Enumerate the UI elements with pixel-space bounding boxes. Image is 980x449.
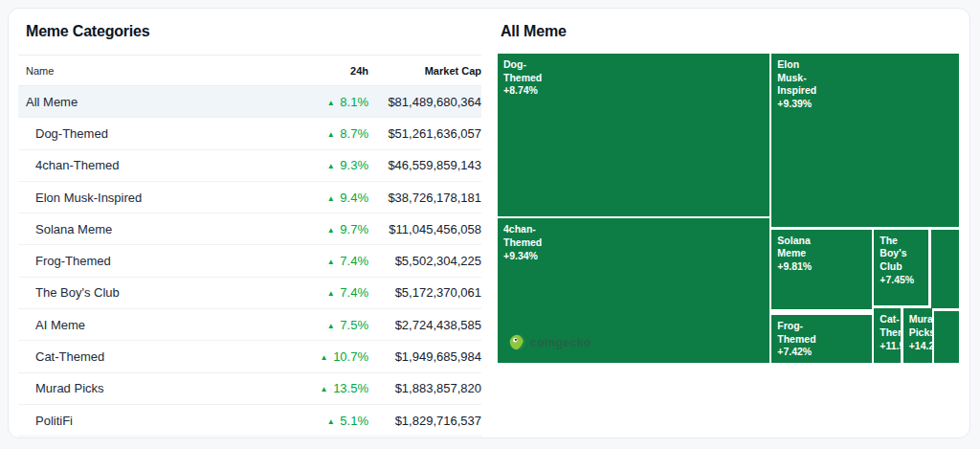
up-arrow-icon: ▲ bbox=[327, 130, 335, 139]
market-cap: $5,502,304,225 bbox=[368, 254, 481, 268]
table-row[interactable]: Dog-Themed▲ 8.7%$51,261,636,057 bbox=[18, 117, 481, 148]
column-header-24h[interactable]: 24h bbox=[286, 65, 368, 77]
up-arrow-icon: ▲ bbox=[327, 226, 335, 235]
treemap-block-change: +14.25% bbox=[909, 340, 932, 353]
treemap-block[interactable] bbox=[934, 311, 959, 363]
table-row[interactable]: Cat-Themed▲ 10.7%$1,949,685,984 bbox=[18, 340, 481, 371]
change-24h: ▲ 5.1% bbox=[286, 414, 368, 428]
treemap-block-label: Frog-Themed+7.42% bbox=[777, 320, 872, 359]
up-arrow-icon: ▲ bbox=[327, 99, 335, 107]
treemap-block-change: +11.50% bbox=[880, 340, 900, 353]
up-arrow-icon: ▲ bbox=[327, 289, 335, 298]
meme-categories-panel: Meme Categories Name 24h Market Cap All … bbox=[9, 9, 481, 438]
category-name: 4chan-Themed bbox=[18, 158, 286, 172]
change-24h: ▲ 9.4% bbox=[286, 191, 368, 205]
treemap-block-dog-themed[interactable]: Dog-Themed+8.74% bbox=[498, 54, 769, 216]
table-row[interactable]: Murad Picks▲ 13.5%$1,883,857,820 bbox=[18, 372, 481, 404]
change-24h: ▲ 7.4% bbox=[286, 285, 368, 300]
market-cap: $51,261,636,057 bbox=[368, 126, 481, 141]
left-panel-title: Meme Categories bbox=[26, 22, 481, 40]
treemap-block-change: +8.74% bbox=[503, 84, 769, 98]
treemap-block-change: +9.39% bbox=[777, 98, 959, 111]
market-cap: $1,829,716,537 bbox=[368, 414, 481, 428]
market-cap: $1,883,857,820 bbox=[368, 381, 481, 395]
treemap-block-change: +7.45% bbox=[880, 274, 927, 287]
table-row[interactable]: Solana Meme▲ 9.7%$11,045,456,058 bbox=[18, 213, 481, 244]
treemap-block[interactable] bbox=[931, 230, 959, 308]
category-name: Elon Musk-Inspired bbox=[18, 191, 286, 205]
category-name: Cat-Themed bbox=[18, 349, 286, 364]
treemap-block-label: SolanaMeme+9.81% bbox=[777, 235, 872, 274]
up-arrow-icon: ▲ bbox=[327, 417, 335, 426]
table-row[interactable]: 4chan-Themed▲ 9.3%$46,559,859,143 bbox=[18, 149, 481, 181]
change-24h: ▲ 8.1% bbox=[286, 95, 368, 109]
treemap-block-change: +9.81% bbox=[777, 260, 872, 274]
column-header-name[interactable]: Name bbox=[18, 65, 286, 77]
table-row[interactable]: All Meme▲ 8.1%$81,489,680,364 bbox=[18, 86, 481, 117]
up-arrow-icon: ▲ bbox=[327, 258, 335, 266]
coingecko-wordmark: coingecko bbox=[530, 336, 591, 349]
treemap-block-the-boy-s-club[interactable]: TheBoy'sClub+7.45% bbox=[874, 230, 927, 305]
treemap-block-label: MuradPicks+14.25% bbox=[909, 313, 932, 352]
up-arrow-icon: ▲ bbox=[327, 162, 335, 170]
treemap-block-cat-themed[interactable]: Cat-Themed+11.50% bbox=[874, 308, 900, 363]
treemap: Dog-Themed+8.74%ElonMusk-Inspired+9.39%4… bbox=[498, 54, 959, 363]
treemap-block-change: +7.42% bbox=[777, 346, 872, 359]
treemap-block-label: ElonMusk-Inspired+9.39% bbox=[777, 58, 959, 111]
up-arrow-icon: ▲ bbox=[321, 385, 328, 393]
treemap-block-solana-meme[interactable]: SolanaMeme+9.81% bbox=[771, 230, 872, 310]
table-row[interactable]: The Boy's Club▲ 7.4%$5,172,370,061 bbox=[18, 277, 481, 308]
card: Meme Categories Name 24h Market Cap All … bbox=[8, 8, 970, 438]
market-cap: $38,726,178,181 bbox=[368, 191, 481, 205]
up-arrow-icon: ▲ bbox=[327, 194, 335, 203]
coingecko-logo-icon bbox=[509, 334, 525, 350]
column-header-market-cap[interactable]: Market Cap bbox=[368, 65, 481, 77]
treemap-block-label: TheBoy'sClub+7.45% bbox=[880, 235, 927, 287]
treemap-block-frog-themed[interactable]: Frog-Themed+7.42% bbox=[771, 315, 872, 363]
table-row[interactable]: PolitiFi▲ 5.1%$1,829,716,537 bbox=[18, 404, 481, 436]
category-name: PolitiFi bbox=[18, 414, 286, 428]
market-cap: $81,489,680,364 bbox=[368, 95, 481, 109]
category-table-body: All Meme▲ 8.1%$81,489,680,364Dog-Themed▲… bbox=[18, 86, 481, 437]
change-24h: ▲ 7.4% bbox=[286, 254, 368, 268]
treemap-block-label: Cat-Themed+11.50% bbox=[880, 313, 900, 352]
table-row[interactable]: Elon Musk-Inspired▲ 9.4%$38,726,178,181 bbox=[18, 181, 481, 213]
category-name: AI Meme bbox=[18, 318, 286, 332]
table-row[interactable]: AI Meme▲ 7.5%$2,724,438,585 bbox=[18, 308, 481, 340]
market-cap: $5,172,370,061 bbox=[368, 285, 481, 300]
change-24h: ▲ 9.3% bbox=[286, 158, 368, 172]
market-cap: $11,045,456,058 bbox=[368, 222, 481, 236]
category-name: Dog-Themed bbox=[18, 126, 286, 141]
treemap-block-elon-musk-inspired[interactable]: ElonMusk-Inspired+9.39% bbox=[771, 54, 959, 227]
market-cap: $1,949,685,984 bbox=[368, 349, 481, 364]
category-name: All Meme bbox=[18, 95, 286, 109]
all-meme-panel: All Meme Dog-Themed+8.74%ElonMusk-Inspir… bbox=[481, 9, 969, 438]
category-name: Solana Meme bbox=[18, 222, 286, 236]
change-24h: ▲ 7.5% bbox=[286, 318, 368, 332]
table-row[interactable]: Frog-Themed▲ 7.4%$5,502,304,225 bbox=[18, 244, 481, 276]
change-24h: ▲ 8.7% bbox=[286, 126, 368, 141]
market-cap: $2,724,438,585 bbox=[368, 318, 481, 332]
change-24h: ▲ 10.7% bbox=[286, 349, 368, 364]
treemap-block-murad-picks[interactable]: MuradPicks+14.25% bbox=[903, 308, 932, 363]
up-arrow-icon: ▲ bbox=[327, 322, 335, 330]
treemap-block-change: +9.34% bbox=[503, 250, 769, 263]
category-name: Murad Picks bbox=[18, 381, 286, 395]
right-panel-title: All Meme bbox=[501, 22, 959, 40]
up-arrow-icon: ▲ bbox=[321, 353, 328, 362]
table-header: Name 24h Market Cap bbox=[18, 55, 481, 86]
treemap-block-label: 4chan-Themed+9.34% bbox=[503, 223, 769, 262]
coingecko-watermark: coingecko bbox=[509, 334, 591, 350]
category-name: Frog-Themed bbox=[18, 254, 286, 268]
change-24h: ▲ 13.5% bbox=[286, 381, 368, 395]
market-cap: $46,559,859,143 bbox=[368, 158, 481, 172]
category-table: Name 24h Market Cap All Meme▲ 8.1%$81,48… bbox=[18, 55, 481, 437]
change-24h: ▲ 9.7% bbox=[286, 222, 368, 236]
treemap-block-label: Dog-Themed+8.74% bbox=[503, 58, 769, 98]
category-name: The Boy's Club bbox=[18, 285, 286, 300]
